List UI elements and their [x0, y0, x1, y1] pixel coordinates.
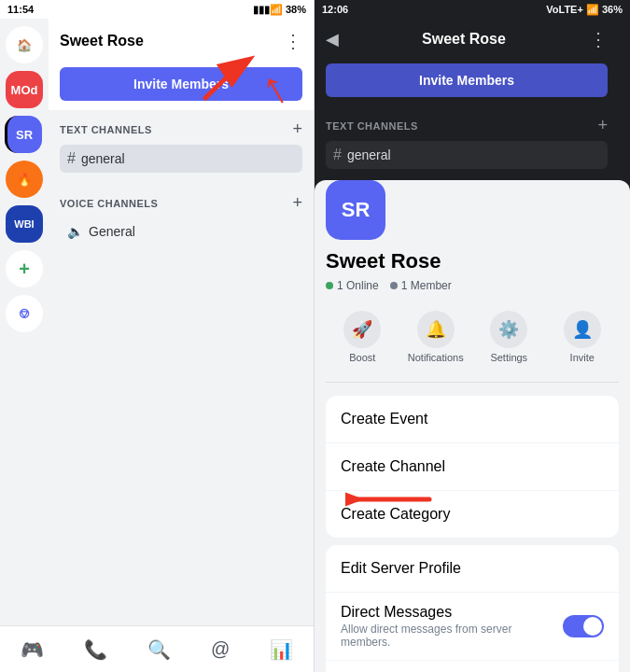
right-scroll[interactable]: ◀ Sweet Rose ⋮ Invite Members TEXT CHANN…	[315, 19, 630, 672]
voice-general[interactable]: 🔈 General	[60, 218, 302, 245]
right-text-channels-header: TEXT CHANNELS +	[326, 116, 608, 135]
right-invite-container: Invite Members	[315, 60, 619, 106]
nav-search-icon[interactable]: 🔍	[140, 631, 178, 668]
right-add-text-channel-button[interactable]: +	[597, 116, 608, 135]
boost-action[interactable]: 🚀 Boost	[326, 305, 399, 369]
left-bottom-nav: 🎮 📞 🔍 @ 📊	[0, 625, 314, 672]
settings-action[interactable]: ⚙️ Settings	[472, 305, 546, 369]
nav-phone-icon[interactable]: 📞	[77, 631, 115, 668]
right-channel-general[interactable]: # general	[326, 141, 608, 169]
invite-label: Invite	[570, 352, 595, 363]
online-dot	[326, 282, 333, 289]
boost-icon-circle: 🚀	[343, 311, 381, 348]
sidebar-mod-label: MOd	[11, 83, 38, 97]
sidebar-item-wbi[interactable]: WBI	[6, 205, 43, 243]
hash-icon: #	[67, 150, 76, 167]
action-icons-row: 🚀 Boost 🔔 Notifications ⚙️ Settings 👤 In…	[326, 305, 619, 383]
left-three-dots-button[interactable]: ⋮	[284, 30, 302, 52]
right-channel-general-label: general	[347, 147, 391, 162]
create-category-label: Create Category	[341, 506, 450, 523]
create-channel-item[interactable]: Create Channel	[326, 443, 619, 491]
right-time: 12:06	[322, 4, 348, 15]
server-header: Sweet Rose ⋮	[49, 19, 314, 62]
nav-activity-icon[interactable]: 📊	[262, 631, 301, 668]
right-server-back-icon[interactable]: ◀	[326, 29, 339, 49]
right-server-title: Sweet Rose	[422, 31, 506, 48]
right-three-dots-button[interactable]: ⋮	[589, 28, 608, 50]
channel-general-label: general	[81, 151, 125, 166]
nav-discord-icon[interactable]: 🎮	[13, 631, 51, 668]
right-text-channels-section: TEXT CHANNELS + # general	[315, 106, 619, 180]
text-channels-label: TEXT CHANNELS	[60, 124, 152, 135]
edit-profile-item[interactable]: Edit Server Profile	[326, 545, 619, 593]
nav-at-icon[interactable]: @	[203, 631, 237, 667]
sidebar-item-orange[interactable]: 🔥	[6, 161, 43, 198]
boost-label: Boost	[349, 352, 375, 363]
create-event-item[interactable]: Create Event	[326, 396, 619, 443]
sidebar-item-network[interactable]: ⎊	[6, 295, 43, 332]
right-panel: 12:06 VoLTE+ 📶 36% ◀ Sweet Rose ⋮ Invite…	[315, 0, 630, 672]
left-panel: 11:54 ▮▮▮📶 38% 🏠 MOd SR 🔥 WBI + ⎊	[0, 0, 315, 672]
voice-channels-label: VOICE CHANNELS	[60, 198, 158, 209]
server-info-card: SR Sweet Rose 1 Online 1 Member	[315, 180, 630, 672]
right-invite-button[interactable]: Invite Members	[326, 63, 608, 97]
invite-action[interactable]: 👤 Invite	[546, 305, 620, 369]
voice-channels-section: VOICE CHANNELS + 🔈 General	[49, 184, 314, 254]
left-invite-button[interactable]: Invite Members	[60, 67, 302, 101]
right-server-header: ◀ Sweet Rose ⋮	[315, 19, 619, 60]
notifications-label: Notifications	[408, 352, 464, 363]
member-dot	[390, 282, 398, 289]
online-stat: 1 Online	[326, 279, 379, 292]
text-channels-section: TEXT CHANNELS + # general	[49, 110, 314, 184]
server-avatar: SR	[326, 180, 385, 240]
sidebar-sr-label: SR	[16, 128, 33, 142]
voice-channels-header: VOICE CHANNELS +	[60, 193, 302, 213]
server-avatar-text: SR	[342, 198, 371, 222]
member-stat: 1 Member	[390, 279, 452, 292]
channel-general[interactable]: # general	[60, 145, 302, 173]
sidebar-item-mod[interactable]: MOd	[6, 71, 43, 108]
server-stats: 1 Online 1 Member	[326, 279, 619, 292]
sidebar-wbi-label: WBI	[14, 218, 34, 230]
edit-profile-label: Edit Server Profile	[341, 560, 461, 577]
speaker-icon: 🔈	[67, 224, 83, 239]
server-name-card: Sweet Rose	[326, 249, 619, 273]
right-status-icons: VoLTE+ 📶 36%	[546, 4, 623, 16]
create-event-label: Create Event	[341, 411, 427, 427]
online-label: 1 Online	[337, 279, 379, 292]
invite-icon-circle: 👤	[564, 311, 601, 348]
settings-icon-circle: ⚙️	[490, 311, 527, 348]
profile-settings-menu: Edit Server Profile Direct Messages Allo…	[326, 545, 619, 672]
create-channel-label: Create Channel	[341, 458, 445, 475]
right-top-section: ◀ Sweet Rose ⋮ Invite Members TEXT CHANN…	[315, 19, 630, 180]
add-voice-channel-button[interactable]: +	[292, 193, 302, 213]
server-actions-menu: Create Event Create Channel Create Categ…	[326, 396, 619, 538]
dm-desc: Allow direct messages from server member…	[341, 623, 563, 649]
hide-muted-item[interactable]: Hide Muted Channels	[326, 661, 619, 672]
add-text-channel-button[interactable]: +	[292, 119, 302, 139]
sidebar-item-add[interactable]: +	[6, 250, 43, 287]
text-channels-header: TEXT CHANNELS +	[60, 119, 302, 139]
notifications-action[interactable]: 🔔 Notifications	[399, 305, 473, 369]
sidebar-item-home[interactable]: 🏠	[6, 26, 43, 63]
dm-title: Direct Messages	[341, 604, 563, 621]
sidebar: 🏠 MOd SR 🔥 WBI + ⎊	[0, 19, 49, 625]
left-invite-container: Invite Members	[49, 62, 314, 110]
notifications-icon-circle: 🔔	[417, 311, 455, 348]
toggle-knob-on	[583, 617, 602, 636]
voice-general-label: General	[89, 224, 135, 239]
server-content: Sweet Rose ⋮ Invite Members TEXT CHANNEL…	[49, 19, 314, 625]
left-status-icons: ▮▮▮📶 38%	[253, 4, 306, 16]
dm-toggle[interactable]	[563, 615, 604, 637]
member-label: 1 Member	[401, 279, 452, 292]
left-time: 11:54	[7, 4, 34, 15]
settings-label: Settings	[490, 352, 527, 363]
right-text-channels-label: TEXT CHANNELS	[326, 120, 418, 132]
left-status-bar: 11:54 ▮▮▮📶 38%	[0, 0, 314, 19]
left-server-title: Sweet Rose	[60, 33, 144, 49]
direct-messages-item[interactable]: Direct Messages Allow direct messages fr…	[326, 593, 619, 661]
create-category-item[interactable]: Create Category →	[326, 491, 619, 538]
right-hash-icon: #	[333, 147, 342, 163]
right-status-bar: 12:06 VoLTE+ 📶 36%	[315, 0, 630, 19]
sidebar-item-sr[interactable]: SR	[5, 116, 42, 153]
